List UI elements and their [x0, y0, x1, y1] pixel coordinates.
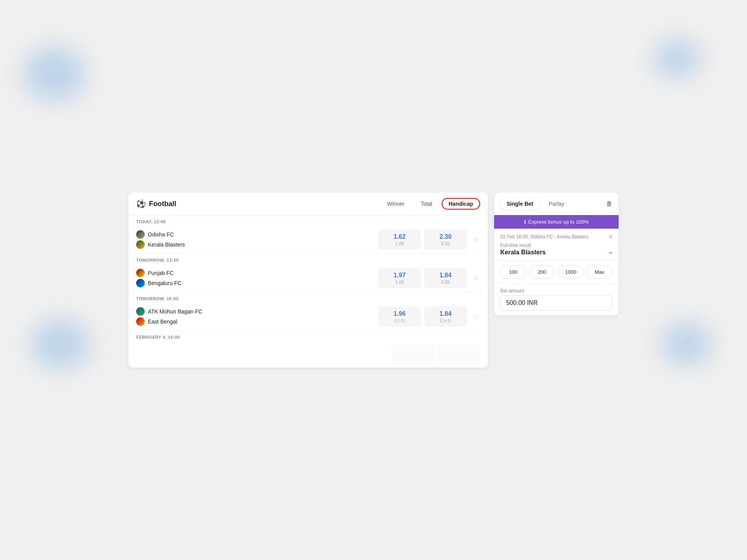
bet-item: 02 Feb 16:00, Odisha FC - Kerala Blaster… [494, 229, 619, 261]
bet-panel: Single Bet Parlay 🗑 ℹ Express bonus up t… [494, 192, 619, 315]
odds-value-1-away: 2.30 [433, 233, 458, 240]
logo-kerala [136, 240, 145, 249]
logo-punjab [136, 269, 145, 277]
bet-result-value: Kerala Blasters -- [500, 249, 612, 256]
team-row-punjab: Punjab FC [136, 269, 374, 277]
odds-buttons-1: 1.62 1 (0) 2.30 2 (0) [378, 229, 467, 250]
partial-btn-2 [437, 345, 480, 364]
match-teams-3: ATK Mohun Bagan FC East Bengal [136, 307, 374, 326]
odds-label-3-home: 1 (-1) [387, 318, 412, 323]
football-icon: ⚽ [136, 199, 146, 208]
bet-item-header: 02 Feb 16:00, Odisha FC - Kerala Blaster… [500, 233, 612, 240]
blur-blob-bottom-right [661, 323, 712, 366]
bet-odds-display: -- [609, 249, 612, 256]
quick-amt-200[interactable]: 200 [529, 266, 555, 278]
sports-title: ⚽ Football [136, 199, 176, 208]
favorite-star-1[interactable]: ☆ [471, 234, 480, 245]
team-row-odisha: Odisha FC [136, 230, 374, 239]
match-row-2: Punjab FC Bengaluru FC 1.97 1 (0) 1.84 2… [128, 264, 488, 292]
sports-title-text: Football [149, 200, 176, 208]
odds-buttons-3: 1.96 1 (-1) 1.84 2 (+1) [378, 306, 467, 327]
bet-amount-section: Bet amount [494, 284, 619, 315]
match-row-1: Odisha FC Kerala Blasters 1.62 1 (0) 2.3… [128, 226, 488, 254]
team-name-punjab: Punjab FC [148, 270, 174, 276]
odds-buttons-2: 1.97 1 (0) 1.84 2 (0) [378, 268, 467, 288]
tab-total[interactable]: Total [414, 198, 439, 210]
quick-amounts: 100 200 1000 Max [494, 261, 619, 284]
odds-value-3-away: 1.84 [433, 310, 458, 317]
quick-amt-max[interactable]: Max [587, 266, 612, 278]
odds-value-2-away: 1.84 [433, 272, 458, 279]
main-content: ⚽ Football Winner Total Handicap TODAY, … [128, 192, 619, 368]
team-row-atk: ATK Mohun Bagan FC [136, 307, 374, 316]
team-name-eastbengal: East Bengal [148, 318, 177, 325]
odds-value-1-home: 1.62 [387, 233, 412, 240]
team-name-bengaluru: Bengaluru FC [148, 280, 181, 286]
odds-btn-1-home[interactable]: 1.62 1 (0) [378, 229, 421, 250]
logo-atk [136, 307, 145, 316]
odds-label-3-away: 2 (+1) [433, 318, 458, 323]
bet-team-name: Kerala Blasters [500, 249, 546, 256]
quick-amt-1000[interactable]: 1000 [558, 266, 584, 278]
team-row-bengaluru: Bengaluru FC [136, 279, 374, 287]
match-row-3: ATK Mohun Bagan FC East Bengal 1.96 1 (-… [128, 303, 488, 331]
blur-blob-bottom-left [31, 319, 89, 369]
blur-blob-top-left [23, 47, 86, 101]
bet-panel-header: Single Bet Parlay 🗑 [494, 192, 619, 215]
quick-amt-100[interactable]: 100 [500, 266, 526, 278]
odds-btn-1-away[interactable]: 2.30 2 (0) [424, 229, 467, 250]
blur-blob-top-right [654, 39, 700, 78]
tab-winner[interactable]: Winner [380, 198, 411, 210]
bet-amount-input[interactable] [500, 295, 612, 311]
express-bonus-banner: ℹ Express bonus up to 100% [494, 215, 619, 229]
match-group-label-1: TODAY, 12:00 [128, 215, 488, 226]
logo-eastbengal [136, 317, 145, 326]
market-tabs: Winner Total Handicap [380, 198, 480, 210]
team-name-odisha: Odisha FC [148, 231, 174, 238]
tab-handicap[interactable]: Handicap [442, 198, 480, 210]
favorite-star-3[interactable]: ☆ [471, 311, 480, 322]
bet-amount-label: Bet amount [500, 288, 612, 294]
logo-bengaluru [136, 279, 145, 287]
tab-single-bet[interactable]: Single Bet [500, 198, 539, 210]
odds-label-2-away: 2 (0) [433, 280, 458, 284]
odds-label-1-away: 2 (0) [433, 241, 458, 246]
odds-value-2-home: 1.97 [387, 272, 412, 279]
odds-btn-3-home[interactable]: 1.96 1 (-1) [378, 306, 421, 327]
match-teams-1: Odisha FC Kerala Blasters [136, 230, 374, 249]
team-name-atk: ATK Mohun Bagan FC [148, 308, 202, 315]
tab-parlay[interactable]: Parlay [542, 198, 570, 210]
logo-odisha [136, 230, 145, 239]
trash-button[interactable]: 🗑 [606, 200, 612, 207]
odds-buttons-4 [391, 345, 480, 364]
bet-match-info: 02 Feb 16:00, Odisha FC - Kerala Blaster… [500, 234, 589, 240]
bet-type-tabs: Single Bet Parlay [500, 198, 570, 210]
match-row-4-partial [128, 341, 488, 368]
sports-header: ⚽ Football Winner Total Handicap [128, 192, 488, 215]
bet-close-button[interactable]: × [609, 233, 612, 240]
bet-result-label: Full-time result [500, 243, 612, 248]
express-bonus-text: Express bonus up to 100% [528, 219, 589, 225]
favorite-star-2[interactable]: ☆ [471, 272, 480, 284]
team-name-kerala: Kerala Blasters [148, 242, 185, 248]
match-group-label-2: TOMORROW, 13:30 [128, 254, 488, 264]
odds-label-1-home: 1 (0) [387, 241, 412, 246]
match-group-label-4: FEBRUARY 4, 16:00 [128, 331, 488, 341]
odds-btn-2-home[interactable]: 1.97 1 (0) [378, 268, 421, 288]
odds-value-3-home: 1.96 [387, 310, 412, 317]
partial-btn-1 [391, 345, 434, 364]
sports-panel: ⚽ Football Winner Total Handicap TODAY, … [128, 192, 488, 368]
odds-label-2-home: 1 (0) [387, 280, 412, 284]
express-bonus-icon: ℹ [524, 219, 526, 225]
team-row-eastbengal: East Bengal [136, 317, 374, 326]
team-row-kerala: Kerala Blasters [136, 240, 374, 249]
match-teams-2: Punjab FC Bengaluru FC [136, 269, 374, 287]
match-group-label-3: TOMORROW, 16:00 [128, 292, 488, 303]
odds-btn-2-away[interactable]: 1.84 2 (0) [424, 268, 467, 288]
odds-btn-3-away[interactable]: 1.84 2 (+1) [424, 306, 467, 327]
